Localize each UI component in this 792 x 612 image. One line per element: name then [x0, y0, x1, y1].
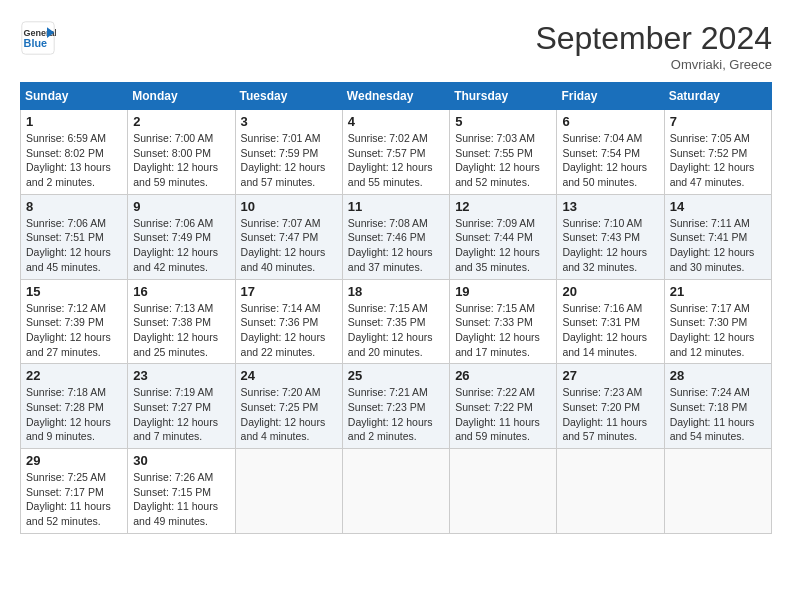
day-info: Sunrise: 7:15 AM Sunset: 7:33 PM Dayligh… [455, 301, 551, 360]
calendar-cell: 20 Sunrise: 7:16 AM Sunset: 7:31 PM Dayl… [557, 279, 664, 364]
calendar-cell: 6 Sunrise: 7:04 AM Sunset: 7:54 PM Dayli… [557, 110, 664, 195]
day-info: Sunrise: 7:21 AM Sunset: 7:23 PM Dayligh… [348, 385, 444, 444]
day-info: Sunrise: 7:24 AM Sunset: 7:18 PM Dayligh… [670, 385, 766, 444]
day-info: Sunrise: 7:01 AM Sunset: 7:59 PM Dayligh… [241, 131, 337, 190]
day-number: 27 [562, 368, 658, 383]
calendar-cell: 28 Sunrise: 7:24 AM Sunset: 7:18 PM Dayl… [664, 364, 771, 449]
day-number: 23 [133, 368, 229, 383]
calendar-header-wednesday: Wednesday [342, 83, 449, 110]
calendar-cell: 26 Sunrise: 7:22 AM Sunset: 7:22 PM Dayl… [450, 364, 557, 449]
calendar-cell: 14 Sunrise: 7:11 AM Sunset: 7:41 PM Dayl… [664, 194, 771, 279]
calendar-header-monday: Monday [128, 83, 235, 110]
calendar-header-tuesday: Tuesday [235, 83, 342, 110]
calendar-cell: 1 Sunrise: 6:59 AM Sunset: 8:02 PM Dayli… [21, 110, 128, 195]
day-info: Sunrise: 7:00 AM Sunset: 8:00 PM Dayligh… [133, 131, 229, 190]
day-number: 14 [670, 199, 766, 214]
calendar-week-1: 1 Sunrise: 6:59 AM Sunset: 8:02 PM Dayli… [21, 110, 772, 195]
calendar-cell: 16 Sunrise: 7:13 AM Sunset: 7:38 PM Dayl… [128, 279, 235, 364]
calendar-table: SundayMondayTuesdayWednesdayThursdayFrid… [20, 82, 772, 534]
day-number: 26 [455, 368, 551, 383]
calendar-cell [450, 449, 557, 534]
calendar-week-4: 22 Sunrise: 7:18 AM Sunset: 7:28 PM Dayl… [21, 364, 772, 449]
calendar-cell: 8 Sunrise: 7:06 AM Sunset: 7:51 PM Dayli… [21, 194, 128, 279]
day-info: Sunrise: 7:02 AM Sunset: 7:57 PM Dayligh… [348, 131, 444, 190]
day-number: 1 [26, 114, 122, 129]
day-info: Sunrise: 7:14 AM Sunset: 7:36 PM Dayligh… [241, 301, 337, 360]
day-info: Sunrise: 7:16 AM Sunset: 7:31 PM Dayligh… [562, 301, 658, 360]
calendar-header-friday: Friday [557, 83, 664, 110]
day-number: 15 [26, 284, 122, 299]
day-number: 7 [670, 114, 766, 129]
day-info: Sunrise: 7:19 AM Sunset: 7:27 PM Dayligh… [133, 385, 229, 444]
day-info: Sunrise: 7:10 AM Sunset: 7:43 PM Dayligh… [562, 216, 658, 275]
day-number: 3 [241, 114, 337, 129]
day-number: 9 [133, 199, 229, 214]
calendar-week-2: 8 Sunrise: 7:06 AM Sunset: 7:51 PM Dayli… [21, 194, 772, 279]
day-number: 17 [241, 284, 337, 299]
logo: General Blue [20, 20, 60, 56]
calendar-cell [342, 449, 449, 534]
day-info: Sunrise: 7:23 AM Sunset: 7:20 PM Dayligh… [562, 385, 658, 444]
day-info: Sunrise: 6:59 AM Sunset: 8:02 PM Dayligh… [26, 131, 122, 190]
day-info: Sunrise: 7:06 AM Sunset: 7:49 PM Dayligh… [133, 216, 229, 275]
day-info: Sunrise: 7:15 AM Sunset: 7:35 PM Dayligh… [348, 301, 444, 360]
calendar-cell [235, 449, 342, 534]
month-title: September 2024 [535, 20, 772, 57]
day-info: Sunrise: 7:22 AM Sunset: 7:22 PM Dayligh… [455, 385, 551, 444]
calendar-cell: 9 Sunrise: 7:06 AM Sunset: 7:49 PM Dayli… [128, 194, 235, 279]
calendar-cell: 24 Sunrise: 7:20 AM Sunset: 7:25 PM Dayl… [235, 364, 342, 449]
calendar-cell: 23 Sunrise: 7:19 AM Sunset: 7:27 PM Dayl… [128, 364, 235, 449]
calendar-cell: 25 Sunrise: 7:21 AM Sunset: 7:23 PM Dayl… [342, 364, 449, 449]
day-number: 30 [133, 453, 229, 468]
day-info: Sunrise: 7:06 AM Sunset: 7:51 PM Dayligh… [26, 216, 122, 275]
calendar-cell: 17 Sunrise: 7:14 AM Sunset: 7:36 PM Dayl… [235, 279, 342, 364]
day-info: Sunrise: 7:04 AM Sunset: 7:54 PM Dayligh… [562, 131, 658, 190]
calendar-cell: 19 Sunrise: 7:15 AM Sunset: 7:33 PM Dayl… [450, 279, 557, 364]
day-info: Sunrise: 7:08 AM Sunset: 7:46 PM Dayligh… [348, 216, 444, 275]
title-block: September 2024 Omvriaki, Greece [535, 20, 772, 72]
day-number: 10 [241, 199, 337, 214]
day-info: Sunrise: 7:03 AM Sunset: 7:55 PM Dayligh… [455, 131, 551, 190]
day-number: 28 [670, 368, 766, 383]
calendar-cell: 21 Sunrise: 7:17 AM Sunset: 7:30 PM Dayl… [664, 279, 771, 364]
calendar-cell [557, 449, 664, 534]
calendar-cell: 12 Sunrise: 7:09 AM Sunset: 7:44 PM Dayl… [450, 194, 557, 279]
day-number: 16 [133, 284, 229, 299]
calendar-week-3: 15 Sunrise: 7:12 AM Sunset: 7:39 PM Dayl… [21, 279, 772, 364]
calendar-cell: 2 Sunrise: 7:00 AM Sunset: 8:00 PM Dayli… [128, 110, 235, 195]
day-number: 6 [562, 114, 658, 129]
day-number: 25 [348, 368, 444, 383]
day-number: 18 [348, 284, 444, 299]
day-number: 12 [455, 199, 551, 214]
day-number: 22 [26, 368, 122, 383]
day-info: Sunrise: 7:12 AM Sunset: 7:39 PM Dayligh… [26, 301, 122, 360]
calendar-cell: 15 Sunrise: 7:12 AM Sunset: 7:39 PM Dayl… [21, 279, 128, 364]
day-info: Sunrise: 7:17 AM Sunset: 7:30 PM Dayligh… [670, 301, 766, 360]
day-info: Sunrise: 7:05 AM Sunset: 7:52 PM Dayligh… [670, 131, 766, 190]
calendar-cell: 13 Sunrise: 7:10 AM Sunset: 7:43 PM Dayl… [557, 194, 664, 279]
day-info: Sunrise: 7:20 AM Sunset: 7:25 PM Dayligh… [241, 385, 337, 444]
logo-icon: General Blue [20, 20, 56, 56]
calendar-cell: 29 Sunrise: 7:25 AM Sunset: 7:17 PM Dayl… [21, 449, 128, 534]
day-info: Sunrise: 7:09 AM Sunset: 7:44 PM Dayligh… [455, 216, 551, 275]
day-info: Sunrise: 7:25 AM Sunset: 7:17 PM Dayligh… [26, 470, 122, 529]
day-info: Sunrise: 7:07 AM Sunset: 7:47 PM Dayligh… [241, 216, 337, 275]
calendar-header-saturday: Saturday [664, 83, 771, 110]
day-number: 29 [26, 453, 122, 468]
calendar-cell: 3 Sunrise: 7:01 AM Sunset: 7:59 PM Dayli… [235, 110, 342, 195]
calendar-cell: 4 Sunrise: 7:02 AM Sunset: 7:57 PM Dayli… [342, 110, 449, 195]
calendar-cell: 22 Sunrise: 7:18 AM Sunset: 7:28 PM Dayl… [21, 364, 128, 449]
calendar-header-row: SundayMondayTuesdayWednesdayThursdayFrid… [21, 83, 772, 110]
calendar-week-5: 29 Sunrise: 7:25 AM Sunset: 7:17 PM Dayl… [21, 449, 772, 534]
svg-text:Blue: Blue [24, 37, 47, 49]
day-number: 20 [562, 284, 658, 299]
calendar-header-sunday: Sunday [21, 83, 128, 110]
calendar-cell [664, 449, 771, 534]
location: Omvriaki, Greece [535, 57, 772, 72]
calendar-cell: 11 Sunrise: 7:08 AM Sunset: 7:46 PM Dayl… [342, 194, 449, 279]
calendar-cell: 5 Sunrise: 7:03 AM Sunset: 7:55 PM Dayli… [450, 110, 557, 195]
day-number: 11 [348, 199, 444, 214]
day-number: 21 [670, 284, 766, 299]
calendar-cell: 10 Sunrise: 7:07 AM Sunset: 7:47 PM Dayl… [235, 194, 342, 279]
calendar-header-thursday: Thursday [450, 83, 557, 110]
